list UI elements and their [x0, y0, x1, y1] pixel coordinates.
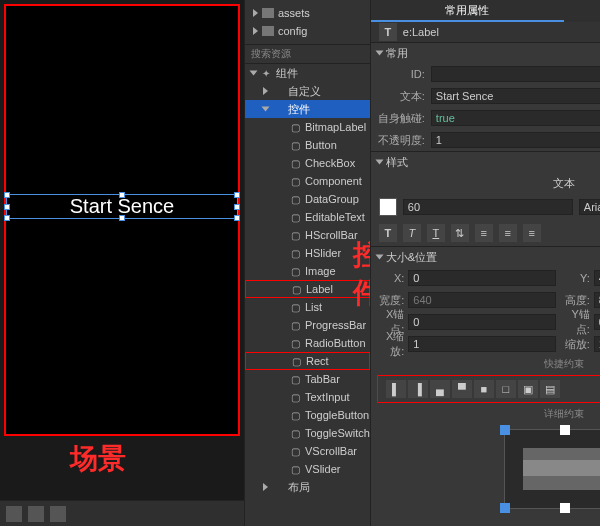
handle-tc[interactable]	[119, 192, 125, 198]
type-value: e:Label	[403, 26, 439, 38]
search-bar[interactable]: 搜索资源	[245, 44, 370, 64]
list-item[interactable]: ▢ToggleButton	[245, 406, 370, 424]
valign-icon[interactable]: ⇅	[451, 224, 469, 242]
section-head-style[interactable]: 样式	[371, 152, 600, 172]
list-item[interactable]: ▢ToggleSwitch	[245, 424, 370, 442]
height-input[interactable]	[594, 292, 600, 308]
folder-assets[interactable]: assets	[245, 4, 370, 22]
section-head-common[interactable]: 常用	[371, 43, 600, 63]
cb-bl[interactable]	[500, 503, 510, 513]
align-right-icon[interactable]: ≡	[523, 224, 541, 242]
list-item[interactable]: ▢Image	[245, 262, 370, 280]
align-center-icon[interactable]: ≡	[499, 224, 517, 242]
color-swatch[interactable]	[379, 198, 397, 216]
handle-bl[interactable]	[4, 215, 10, 221]
list-item[interactable]: ▢TabBar	[245, 370, 370, 388]
item-icon: ▢	[289, 193, 301, 205]
expand-icon[interactable]	[253, 27, 258, 35]
item-label: TextInput	[305, 391, 350, 403]
section-title: 大小&位置	[386, 250, 437, 265]
align-left-icon[interactable]: ≡	[475, 224, 493, 242]
collapse-icon[interactable]	[375, 160, 383, 165]
list-item[interactable]: ▢VScrollBar	[245, 442, 370, 460]
list-item[interactable]: ▢Label	[245, 280, 370, 298]
scaley-input[interactable]	[594, 336, 600, 352]
item-label: ToggleSwitch	[305, 427, 370, 439]
fontfamily-input[interactable]	[579, 199, 600, 215]
list-item[interactable]: ✦组件	[245, 64, 370, 82]
list-item[interactable]: 控件	[245, 100, 370, 118]
constraint-btn[interactable]: ▀	[452, 380, 472, 398]
list-item[interactable]: 自定义	[245, 82, 370, 100]
cb-bc[interactable]	[560, 503, 570, 513]
text-tab[interactable]: 文本	[553, 176, 575, 191]
anchorx-input[interactable]	[408, 314, 556, 330]
list-item[interactable]: ▢TextInput	[245, 388, 370, 406]
selected-label[interactable]: Start Sence	[6, 194, 238, 219]
expand-icon[interactable]	[250, 71, 258, 76]
list-item[interactable]: ▢CheckBox	[245, 154, 370, 172]
bold-icon[interactable]: T	[379, 224, 397, 242]
constraint-btn[interactable]: ▐	[408, 380, 428, 398]
list-item[interactable]: ▢List	[245, 298, 370, 316]
collapse-icon[interactable]	[375, 51, 383, 56]
expand-icon[interactable]	[253, 9, 258, 17]
item-label: Label	[306, 283, 333, 295]
height-label: 高度:	[562, 293, 590, 308]
handle-ml[interactable]	[4, 204, 10, 210]
underline-icon[interactable]: T	[427, 224, 445, 242]
list-item[interactable]: ▢RadioButton	[245, 334, 370, 352]
list-item[interactable]: 布局	[245, 478, 370, 496]
x-input[interactable]	[408, 270, 556, 286]
constraint-btn[interactable]: ▌	[386, 380, 406, 398]
tool-icon[interactable]	[6, 506, 22, 522]
item-label: 控件	[288, 102, 310, 117]
section-head-size[interactable]: 大小&位置	[371, 247, 600, 267]
width-input[interactable]	[408, 292, 556, 308]
scalex-input[interactable]	[408, 336, 556, 352]
cb-tl[interactable]	[500, 425, 510, 435]
expand-icon[interactable]	[263, 483, 268, 491]
handle-br[interactable]	[234, 215, 240, 221]
list-item[interactable]: ▢Component	[245, 172, 370, 190]
collapse-icon[interactable]	[375, 255, 383, 260]
expand-icon[interactable]	[263, 87, 268, 95]
list-item[interactable]: ▢ProgressBar	[245, 316, 370, 334]
handle-tr[interactable]	[234, 192, 240, 198]
constraint-btn[interactable]: ▄	[430, 380, 450, 398]
folder-config[interactable]: config	[245, 22, 370, 40]
folder-label: config	[278, 25, 307, 37]
constraint-btn[interactable]: ▣	[518, 380, 538, 398]
constraint-btn[interactable]: ▤	[540, 380, 560, 398]
id-input[interactable]	[431, 66, 600, 82]
list-item[interactable]: ▢HScrollBar	[245, 226, 370, 244]
handle-tl[interactable]	[4, 192, 10, 198]
fontsize-input[interactable]	[403, 199, 573, 215]
text-input[interactable]	[431, 88, 600, 104]
list-item[interactable]: ▢EditableText	[245, 208, 370, 226]
constraint-box[interactable]	[504, 429, 600, 509]
touch-input[interactable]	[431, 110, 600, 126]
list-item[interactable]: ▢Rect	[245, 352, 370, 370]
stage[interactable]: Start Sence	[4, 4, 240, 436]
expand-icon[interactable]	[262, 107, 270, 112]
tab-common[interactable]: 常用属性	[371, 0, 564, 22]
italic-icon[interactable]: T	[403, 224, 421, 242]
list-item[interactable]: ▢HSlider	[245, 244, 370, 262]
tool-icon[interactable]	[50, 506, 66, 522]
y-input[interactable]	[594, 270, 600, 286]
cb-tc[interactable]	[560, 425, 570, 435]
list-item[interactable]: ▢DataGroup	[245, 190, 370, 208]
anchory-input[interactable]	[594, 314, 600, 330]
tool-icon[interactable]	[28, 506, 44, 522]
opacity-input[interactable]	[431, 132, 600, 148]
handle-bc[interactable]	[119, 215, 125, 221]
list-item[interactable]: ▢VSlider	[245, 460, 370, 478]
tab-all[interactable]: 所有属性	[564, 0, 600, 22]
handle-mr[interactable]	[234, 204, 240, 210]
list-item[interactable]: ▢Button	[245, 136, 370, 154]
constraint-btn[interactable]: ■	[474, 380, 494, 398]
item-icon: ▢	[289, 427, 301, 439]
list-item[interactable]: ▢BitmapLabel	[245, 118, 370, 136]
constraint-btn[interactable]: □	[496, 380, 516, 398]
